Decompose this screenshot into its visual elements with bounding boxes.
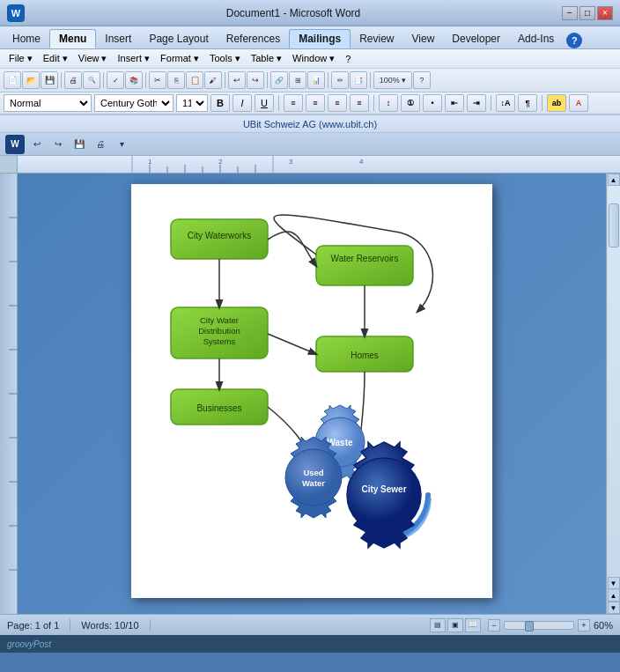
tab-insert[interactable]: Insert	[96, 29, 140, 48]
bold-button[interactable]: B	[210, 94, 230, 112]
align-right-button[interactable]: ≡	[328, 94, 347, 112]
quick-undo[interactable]: ↩	[28, 137, 46, 152]
size-select[interactable]: 11	[176, 94, 208, 112]
zoom-thumb[interactable]	[525, 621, 534, 631]
document-area: City Waterworks Water Reservoirs City Wa…	[0, 174, 620, 614]
table-button[interactable]: ⊞	[289, 71, 306, 89]
scroll-thumb[interactable]	[609, 203, 619, 247]
svg-text:Water: Water	[302, 478, 325, 488]
svg-text:Businesses: Businesses	[196, 403, 241, 413]
view-reading-button[interactable]: 📖	[465, 618, 481, 632]
tab-menu[interactable]: Menu	[49, 29, 96, 48]
svg-text:1: 1	[148, 158, 152, 166]
view-layout-button[interactable]: ▣	[447, 618, 463, 632]
research-button[interactable]: 📚	[125, 71, 143, 89]
align-left-button[interactable]: ≡	[284, 94, 303, 112]
scroll-down-button[interactable]: ▼	[608, 577, 620, 589]
main-toolbar: 📄 📂 💾 🖨 🔍 ✓ 📚 ✂ ⎘ 📋 🖌 ↩ ↪ 🔗 ⊞ 📊 ✏ 📑 100%…	[0, 69, 620, 92]
tab-home[interactable]: Home	[4, 29, 49, 48]
format-painter-button[interactable]: 🖌	[204, 71, 222, 89]
cut-button[interactable]: ✂	[149, 71, 166, 89]
highlight-button[interactable]: ab	[547, 94, 566, 112]
svg-text:W: W	[11, 8, 21, 18]
menu-view[interactable]: View ▾	[73, 51, 113, 66]
justify-button[interactable]: ≡	[350, 94, 369, 112]
print-preview-button[interactable]: 🔍	[83, 71, 100, 89]
indent-inc-button[interactable]: ⇥	[467, 94, 486, 112]
insert-excel-button[interactable]: 📊	[307, 71, 325, 89]
quick-save[interactable]: 💾	[70, 137, 88, 152]
menu-edit[interactable]: Edit ▾	[38, 51, 73, 66]
numbering-button[interactable]: ①	[401, 94, 420, 112]
zoom-out-button[interactable]: −	[488, 619, 500, 631]
svg-rect-27	[316, 246, 413, 285]
menu-table[interactable]: Table ▾	[246, 51, 287, 66]
scroll-track	[608, 186, 620, 577]
menu-insert[interactable]: Insert ▾	[113, 51, 156, 66]
font-select[interactable]: Century Goth	[94, 94, 173, 112]
spellcheck-button[interactable]: ✓	[107, 71, 124, 89]
font-color-button[interactable]: A	[569, 94, 588, 112]
maximize-button[interactable]: □	[579, 6, 595, 20]
quick-redo[interactable]: ↪	[49, 137, 67, 152]
quick-dropdown[interactable]: ▾	[113, 137, 130, 152]
menu-window[interactable]: Window ▾	[287, 51, 340, 66]
tab-view[interactable]: View	[403, 29, 444, 48]
new-button[interactable]: 📄	[4, 71, 21, 89]
view-normal-button[interactable]: ▤	[430, 618, 446, 632]
sep1	[61, 72, 62, 88]
zoom-in-button[interactable]: +	[578, 619, 590, 631]
menu-help[interactable]: ?	[340, 52, 356, 66]
svg-text:Distribution: Distribution	[198, 326, 240, 336]
window-title: Document1 - Microsoft Word	[25, 7, 562, 19]
diagram-svg: City Waterworks Water Reservoirs City Wa…	[144, 197, 479, 585]
paste-button[interactable]: 📋	[186, 71, 203, 89]
underline-button[interactable]: U	[255, 94, 274, 112]
svg-text:City Water: City Water	[200, 315, 239, 325]
quick-print[interactable]: 🖨	[92, 137, 109, 152]
page-up-button[interactable]: ▲	[608, 589, 620, 602]
save-button[interactable]: 💾	[41, 71, 58, 89]
sep7	[370, 72, 371, 88]
help-icon[interactable]: ?	[566, 33, 582, 48]
hyperlink-button[interactable]: 🔗	[270, 71, 288, 89]
align-center-button[interactable]: ≡	[306, 94, 325, 112]
close-button[interactable]: ×	[597, 6, 613, 20]
svg-text:4: 4	[359, 158, 364, 166]
indent-dec-button[interactable]: ⇤	[445, 94, 464, 112]
menu-file[interactable]: File ▾	[4, 51, 38, 66]
tab-developer[interactable]: Developer	[443, 29, 509, 48]
copy-button[interactable]: ⎘	[167, 71, 185, 89]
italic-button[interactable]: I	[232, 94, 252, 112]
zoom-slider[interactable]	[504, 621, 574, 630]
scroll-up-button[interactable]: ▲	[608, 174, 620, 186]
drawing-button[interactable]: ✏	[331, 71, 349, 89]
menu-format[interactable]: Format ▾	[155, 51, 204, 66]
title-bar: W Document1 - Microsoft Word − □ ×	[0, 0, 620, 26]
notification-bar: UBit Schweiz AG (www.ubit.ch)	[0, 115, 620, 133]
undo-button[interactable]: ↩	[228, 71, 246, 89]
line-spacing-button[interactable]: ↕	[379, 94, 398, 112]
redo-button[interactable]: ↪	[247, 71, 264, 89]
app-icon: W	[7, 4, 25, 22]
page-down-button[interactable]: ▼	[608, 602, 620, 614]
open-button[interactable]: 📂	[22, 71, 40, 89]
status-bar: Page: 1 of 1 Words: 10/10 ▤ ▣ 📖 − + 60%	[0, 614, 620, 635]
tab-add-ins[interactable]: Add-Ins	[509, 29, 563, 48]
help-toolbar-button[interactable]: ?	[413, 71, 431, 89]
tab-references[interactable]: References	[218, 29, 289, 48]
page-info: Page: 1 of 1	[7, 620, 59, 631]
docmap-button[interactable]: 📑	[350, 71, 367, 89]
format-toolbar: Normal Century Goth 11 B I U ≡ ≡ ≡ ≡ ↕ ①…	[0, 92, 620, 115]
show-hide-button[interactable]: ¶	[518, 94, 537, 112]
print-button[interactable]: 🖨	[64, 71, 82, 89]
minimize-button[interactable]: −	[562, 6, 578, 20]
menu-tools[interactable]: Tools ▾	[204, 51, 246, 66]
tab-review[interactable]: Review	[351, 29, 402, 48]
tab-page-layout[interactable]: Page Layout	[140, 29, 217, 48]
sort-button[interactable]: ↕A	[496, 94, 515, 112]
bullets-button[interactable]: •	[423, 94, 442, 112]
tab-mailings[interactable]: Mailings	[289, 29, 351, 48]
zoom-dropdown[interactable]: 100% ▾	[373, 71, 412, 89]
style-select[interactable]: Normal	[4, 94, 92, 112]
